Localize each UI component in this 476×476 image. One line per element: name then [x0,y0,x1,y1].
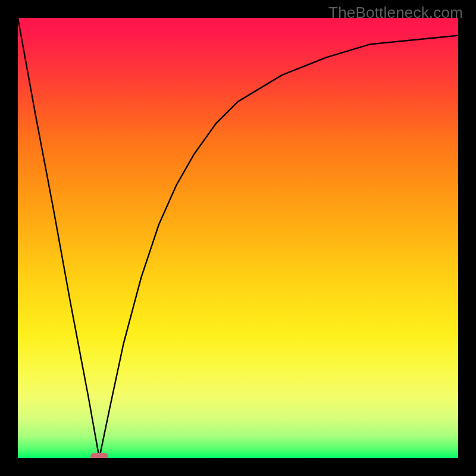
plot-area [18,18,458,458]
curve-svg [18,18,458,458]
watermark-text: TheBottleneck.com [328,4,463,22]
chart-frame: TheBottleneck.com [0,0,476,476]
bottleneck-curve-path [18,18,458,458]
minimum-marker [90,453,108,458]
